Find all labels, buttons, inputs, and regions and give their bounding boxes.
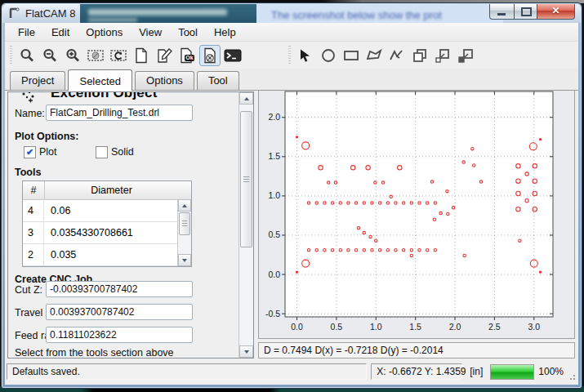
draw-polyline-button[interactable] [386, 45, 408, 66]
draw-rectangle-button[interactable] [341, 45, 362, 66]
scrollbar-thumb[interactable] [179, 212, 190, 235]
client-area: File Edit Options View Tool Help [5, 23, 578, 385]
svg-text:-0.5: -0.5 [265, 309, 280, 318]
svg-text:2.5: 2.5 [488, 322, 501, 332]
tool-diameter-header[interactable]: Diameter [45, 181, 178, 199]
plot-canvas[interactable]: 0.00.51.01.52.02.53.0-0.50.00.51.01.52.0 [258, 88, 575, 339]
menu-view[interactable]: View [131, 24, 170, 41]
zoom-out-button[interactable] [39, 45, 60, 66]
circle-tool-icon [320, 47, 337, 64]
delete-object-button[interactable] [199, 45, 221, 66]
svg-text:0.5: 0.5 [331, 322, 343, 332]
scroll-down-icon[interactable] [178, 254, 191, 266]
titlebar[interactable]: The screenshot below show the prot FlatC… [2, 4, 581, 23]
cut-z-input[interactable] [46, 281, 193, 297]
status-bar: Defaults saved. X: -0.6672 Y: 1.4359 [in… [5, 361, 578, 385]
svg-text:2.0: 2.0 [268, 112, 280, 122]
feed-rate-input[interactable] [46, 327, 193, 343]
draw-polygon-button[interactable] [363, 45, 385, 66]
glass-reflection-light: The screenshot below show the prot [256, 4, 503, 23]
svg-text:1.0: 1.0 [370, 322, 382, 332]
tools-table-header: # Diameter [23, 181, 191, 200]
zoom-fit-button[interactable] [16, 45, 38, 66]
plot-checkbox[interactable]: ✔ [24, 146, 36, 158]
close-button[interactable]: ✕ [537, 4, 575, 20]
menu-tool[interactable]: Tool [170, 24, 206, 41]
object-type-heading: Excellon Object [51, 92, 158, 101]
maximize-button[interactable] [515, 4, 537, 20]
zoom-fit-icon [19, 47, 35, 64]
tool-row[interactable]: 20.035 [23, 244, 191, 266]
svg-text:0.0: 0.0 [268, 270, 280, 279]
toolbar-handle-2[interactable] [287, 46, 292, 65]
pointer-tool-button[interactable] [295, 45, 316, 66]
tab-tool[interactable]: Tool [197, 71, 239, 90]
clear-plot-button[interactable] [85, 45, 106, 66]
toolbar-handle[interactable] [8, 46, 14, 65]
tools-table-scrollbar[interactable] [177, 199, 191, 266]
tools-table[interactable]: # Diameter 40.0630.035433070866120.035 [22, 180, 192, 267]
zoom-out-icon [42, 47, 58, 64]
drill-hole-point [539, 271, 541, 273]
svg-text:Ok: Ok [185, 55, 193, 60]
plot-options-label: Plot Options: [15, 131, 78, 142]
solid-checkbox[interactable] [96, 146, 108, 158]
svg-text:1.5: 1.5 [409, 322, 421, 332]
menu-help[interactable]: Help [206, 24, 244, 41]
draw-circle-button[interactable] [318, 45, 339, 66]
copy-object-button[interactable] [409, 45, 430, 66]
menu-options[interactable]: Options [78, 24, 131, 41]
open-project-button[interactable] [154, 45, 175, 66]
scroll-up-icon[interactable] [239, 92, 253, 105]
tools-note: Select from the tools section above [15, 347, 174, 358]
tool-row[interactable]: 40.06 [23, 200, 191, 222]
svg-text:0.0: 0.0 [291, 322, 303, 332]
status-message: Defaults saved. [7, 363, 367, 380]
toolbar: Ok [5, 42, 578, 69]
solid-checkbox-label[interactable]: Solid [111, 146, 134, 158]
move-object-icon [434, 47, 452, 64]
edit-file-icon [155, 47, 173, 64]
move-copy-object-button[interactable] [455, 45, 476, 66]
tab-selected[interactable]: Selected [68, 69, 132, 91]
svg-text:3.0: 3.0 [528, 322, 540, 332]
cut-z-label: Cut Z: [15, 284, 42, 296]
tab-options[interactable]: Options [135, 71, 194, 90]
tool-number-header[interactable]: # [23, 181, 45, 199]
name-input[interactable] [46, 105, 193, 121]
move-object-button[interactable] [432, 45, 453, 66]
copy-object-icon [411, 47, 429, 64]
clear-plot-icon [87, 47, 105, 64]
minimize-button[interactable] [489, 4, 515, 20]
tool-row[interactable]: 30.0354330708661 [23, 222, 191, 244]
excellon-drills-icon [20, 92, 41, 107]
units-label: [in] [466, 366, 486, 377]
travel-z-input[interactable] [46, 304, 193, 320]
menu-edit[interactable]: Edit [43, 24, 78, 41]
glass-reflection-teal [80, 4, 256, 23]
replot-button[interactable] [108, 45, 129, 66]
resize-grip[interactable] [568, 372, 576, 381]
tab-project[interactable]: Project [10, 71, 65, 90]
shell-button[interactable] [222, 45, 243, 66]
save-project-button[interactable]: Ok [176, 45, 198, 66]
zoom-in-button[interactable] [62, 45, 83, 66]
tools-label: Tools [15, 167, 41, 178]
new-file-icon [133, 47, 149, 64]
new-project-button[interactable] [131, 45, 152, 66]
measurement-readout: D = 0.7494 D(x) = -0.7218 D(y) = -0.2014 [258, 342, 575, 359]
drill-hole-point [539, 139, 541, 140]
notebook-tabs: Project Selected Options Tool [5, 69, 578, 91]
scroll-up-icon[interactable] [178, 199, 191, 212]
drill-hole-point [296, 136, 297, 138]
panel-scrollbar[interactable] [239, 92, 253, 358]
menu-file[interactable]: File [10, 24, 43, 41]
drill-hole-point [296, 271, 297, 273]
plot-checkbox-label[interactable]: Plot [39, 146, 57, 158]
scroll-down-icon[interactable] [239, 345, 253, 358]
zoom-in-icon [65, 47, 81, 64]
drill-scatter-plot[interactable]: 0.00.51.01.52.02.53.0-0.50.00.51.01.52.0 [259, 89, 574, 338]
background-page-text: The screenshot below show the prot [256, 4, 503, 21]
rectangle-tool-icon [342, 47, 360, 64]
scrollbar-thumb[interactable] [240, 111, 252, 247]
